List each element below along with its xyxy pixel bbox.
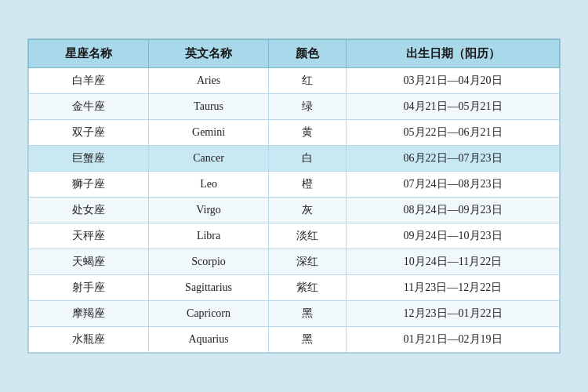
table-row: 白羊座Aries红03月21日—04月20日 bbox=[29, 68, 560, 94]
cell-dates: 12月23日—01月22日 bbox=[347, 301, 560, 327]
cell-chinese-name: 摩羯座 bbox=[29, 301, 149, 327]
table-header-row: 星座名称 英文名称 颜色 出生日期（阳历） bbox=[29, 40, 560, 68]
zodiac-table-wrapper: 星座名称 英文名称 颜色 出生日期（阳历） 白羊座Aries红03月21日—04… bbox=[27, 38, 561, 354]
table-row: 金牛座Taurus绿04月21日—05月21日 bbox=[29, 94, 560, 120]
cell-chinese-name: 天蝎座 bbox=[29, 249, 149, 275]
cell-chinese-name: 白羊座 bbox=[29, 68, 149, 94]
cell-chinese-name: 射手座 bbox=[29, 275, 149, 301]
cell-color: 橙 bbox=[269, 172, 347, 198]
table-row: 摩羯座Capricorn黑12月23日—01月22日 bbox=[29, 301, 560, 327]
header-dates: 出生日期（阳历） bbox=[347, 40, 560, 68]
cell-dates: 11月23日—12月22日 bbox=[347, 275, 560, 301]
cell-english-name: Aries bbox=[149, 68, 269, 94]
table-row: 水瓶座Aquarius黑01月21日—02月19日 bbox=[29, 327, 560, 353]
table-row: 双子座Gemini黄05月22日—06月21日 bbox=[29, 120, 560, 146]
cell-color: 黄 bbox=[269, 120, 347, 146]
cell-color: 绿 bbox=[269, 94, 347, 120]
cell-color: 深红 bbox=[269, 249, 347, 275]
cell-color: 红 bbox=[269, 68, 347, 94]
cell-color: 白 bbox=[269, 146, 347, 172]
cell-dates: 01月21日—02月19日 bbox=[347, 327, 560, 353]
cell-english-name: Gemini bbox=[149, 120, 269, 146]
header-color: 颜色 bbox=[269, 40, 347, 68]
table-row: 天蝎座Scorpio深红10月24日—11月22日 bbox=[29, 249, 560, 275]
cell-dates: 08月24日—09月23日 bbox=[347, 198, 560, 223]
cell-dates: 09月24日—10月23日 bbox=[347, 223, 560, 249]
cell-chinese-name: 天秤座 bbox=[29, 223, 149, 249]
table-body: 白羊座Aries红03月21日—04月20日金牛座Taurus绿04月21日—0… bbox=[29, 68, 560, 353]
cell-color: 紫红 bbox=[269, 275, 347, 301]
zodiac-table: 星座名称 英文名称 颜色 出生日期（阳历） 白羊座Aries红03月21日—04… bbox=[28, 39, 560, 353]
cell-english-name: Scorpio bbox=[149, 249, 269, 275]
cell-dates: 03月21日—04月20日 bbox=[347, 68, 560, 94]
table-row: 狮子座Leo橙07月24日—08月23日 bbox=[29, 172, 560, 198]
cell-english-name: Sagittarius bbox=[149, 275, 269, 301]
cell-chinese-name: 处女座 bbox=[29, 198, 149, 223]
cell-color: 黑 bbox=[269, 301, 347, 327]
cell-chinese-name: 双子座 bbox=[29, 120, 149, 146]
cell-english-name: Leo bbox=[149, 172, 269, 198]
cell-english-name: Aquarius bbox=[149, 327, 269, 353]
table-row: 射手座Sagittarius紫红11月23日—12月22日 bbox=[29, 275, 560, 301]
table-row: 巨蟹座Cancer白06月22日—07月23日 bbox=[29, 146, 560, 172]
header-chinese-name: 星座名称 bbox=[29, 40, 149, 68]
cell-chinese-name: 金牛座 bbox=[29, 94, 149, 120]
table-row: 天秤座Libra淡红09月24日—10月23日 bbox=[29, 223, 560, 249]
table-row: 处女座Virgo灰08月24日—09月23日 bbox=[29, 198, 560, 223]
cell-chinese-name: 狮子座 bbox=[29, 172, 149, 198]
cell-dates: 05月22日—06月21日 bbox=[347, 120, 560, 146]
cell-dates: 04月21日—05月21日 bbox=[347, 94, 560, 120]
header-english-name: 英文名称 bbox=[149, 40, 269, 68]
cell-english-name: Cancer bbox=[149, 146, 269, 172]
cell-dates: 06月22日—07月23日 bbox=[347, 146, 560, 172]
cell-chinese-name: 水瓶座 bbox=[29, 327, 149, 353]
cell-dates: 07月24日—08月23日 bbox=[347, 172, 560, 198]
cell-color: 淡红 bbox=[269, 223, 347, 249]
cell-color: 黑 bbox=[269, 327, 347, 353]
cell-color: 灰 bbox=[269, 198, 347, 223]
cell-english-name: Taurus bbox=[149, 94, 269, 120]
cell-chinese-name: 巨蟹座 bbox=[29, 146, 149, 172]
cell-dates: 10月24日—11月22日 bbox=[347, 249, 560, 275]
cell-english-name: Virgo bbox=[149, 198, 269, 223]
cell-english-name: Libra bbox=[149, 223, 269, 249]
cell-english-name: Capricorn bbox=[149, 301, 269, 327]
